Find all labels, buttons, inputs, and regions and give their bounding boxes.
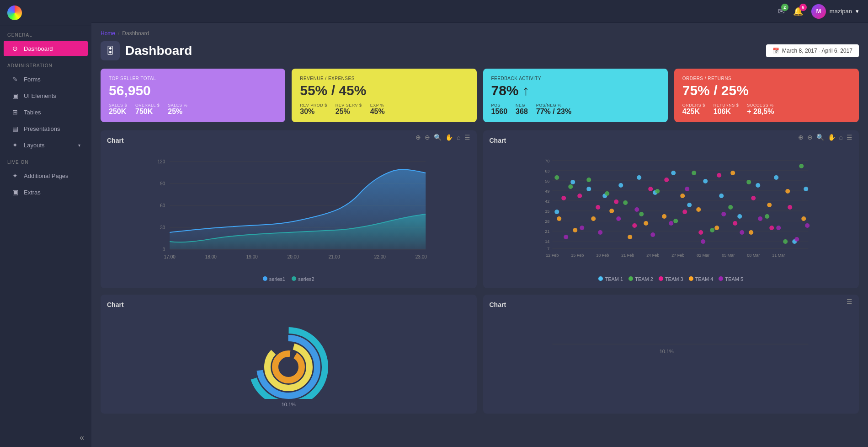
menu-icon[interactable]: ☰ xyxy=(847,134,852,141)
svg-point-89 xyxy=(680,194,685,198)
sidebar-item-label: Dashboard xyxy=(24,45,53,52)
sidebar-item-layouts[interactable]: ✦ Layouts ▾ xyxy=(4,137,88,153)
sidebar-section-admin: ADMINISTRATION xyxy=(0,57,91,71)
svg-point-39 xyxy=(586,187,591,191)
pan-icon[interactable]: ✋ xyxy=(445,134,453,141)
bottom-right-chart-panel: Chart ☰ 10.1% xyxy=(483,295,859,414)
sidebar-item-dashboard[interactable]: ⊙ Dashboard xyxy=(4,41,88,56)
svg-text:21:00: 21:00 xyxy=(329,254,340,259)
pan-icon[interactable]: ✋ xyxy=(828,134,836,141)
svg-text:7: 7 xyxy=(547,247,549,251)
presentations-icon: ▤ xyxy=(11,125,19,132)
sidebar-item-extras[interactable]: ▣ Extras xyxy=(4,184,88,200)
menu-icon[interactable]: ☰ xyxy=(847,298,852,305)
svg-text:18 Feb: 18 Feb xyxy=(596,253,609,258)
donut-percent-label: 10.1% xyxy=(282,402,296,407)
zoom-in-icon[interactable]: 🔍 xyxy=(434,134,442,141)
home-icon[interactable]: ⌂ xyxy=(457,134,460,141)
svg-point-92 xyxy=(730,171,735,175)
sidebar-item-label: Additional Pages xyxy=(24,172,69,179)
line-chart-legend: series1 series2 xyxy=(107,276,470,282)
svg-point-46 xyxy=(703,179,708,183)
line-chart-panel: Chart ⊕ ⊖ 🔍 ✋ ⌂ ☰ xyxy=(101,130,477,288)
page-title-wrap: 🎛 Dashboard xyxy=(101,41,192,60)
svg-point-59 xyxy=(655,189,660,194)
svg-point-88 xyxy=(662,214,666,219)
svg-text:12 Feb: 12 Feb xyxy=(546,253,559,258)
svg-point-81 xyxy=(788,205,792,210)
zoom-out-icon[interactable]: ⊖ xyxy=(807,134,813,141)
svg-point-65 xyxy=(765,214,769,219)
svg-point-53 xyxy=(554,175,559,180)
svg-text:23:00: 23:00 xyxy=(415,254,427,259)
svg-point-97 xyxy=(564,235,568,239)
sidebar-item-label: Layouts xyxy=(24,142,45,149)
sidebar-item-forms[interactable]: ✎ Forms xyxy=(4,71,88,87)
date-range-button[interactable]: 📅 March 8, 2017 - April 6, 2017 xyxy=(766,44,859,57)
svg-point-86 xyxy=(628,235,632,239)
user-avatar-wrap[interactable]: M mazipan ▾ xyxy=(811,4,859,19)
user-chevron-icon: ▾ xyxy=(856,8,859,15)
svg-text:10.1%: 10.1% xyxy=(659,349,673,354)
page-icon: 🎛 xyxy=(101,41,120,60)
zoom-reset-icon[interactable]: ⊕ xyxy=(415,134,421,141)
svg-text:70: 70 xyxy=(545,159,549,163)
svg-text:14: 14 xyxy=(545,239,549,244)
svg-text:02 Mar: 02 Mar xyxy=(697,253,709,258)
legend-team1: TEAM 1 xyxy=(598,276,623,282)
svg-text:60: 60 xyxy=(160,203,165,208)
mail-icon-wrap[interactable]: ✉ 2 xyxy=(778,6,785,16)
svg-point-54 xyxy=(568,184,573,189)
charts-row-top: Chart ⊕ ⊖ 🔍 ✋ ⌂ ☰ xyxy=(101,130,859,288)
line-chart-toolbar: ⊕ ⊖ 🔍 ✋ ⌂ ☰ xyxy=(415,134,470,141)
stat-sub-pos: POS 1560 xyxy=(491,103,508,116)
svg-point-49 xyxy=(756,183,760,188)
scatter-chart-toolbar: ⊕ ⊖ 🔍 ✋ ⌂ ☰ xyxy=(798,134,852,141)
sidebar-item-presentations[interactable]: ▤ Presentations xyxy=(4,121,88,136)
svg-point-104 xyxy=(685,187,689,191)
svg-point-107 xyxy=(740,230,744,235)
zoom-out-icon[interactable]: ⊖ xyxy=(425,134,430,141)
donut-chart-title: Chart xyxy=(107,301,124,308)
svg-point-103 xyxy=(669,221,673,226)
avatar: M xyxy=(811,4,826,19)
layouts-icon: ✦ xyxy=(11,141,19,149)
page-header: 🎛 Dashboard 📅 March 8, 2017 - April 6, 2… xyxy=(101,41,859,60)
breadcrumb-home[interactable]: Home xyxy=(101,30,115,37)
stat-card-orders: ORDERS / RETURNS 75% / 25% ORDERS $ 425K… xyxy=(674,69,859,122)
home-icon[interactable]: ⌂ xyxy=(839,134,843,141)
stat-sub-successpct: SUCCESS % + 28,5% xyxy=(747,103,774,116)
svg-text:21 Feb: 21 Feb xyxy=(621,253,634,258)
stat-card-subs: REV PROD $ 30% REV SERV $ 25% EXP % 45% xyxy=(300,103,468,116)
svg-point-66 xyxy=(783,239,788,244)
stat-card-label: REVENUE / EXPENSES xyxy=(300,76,468,81)
line-chart-title: Chart xyxy=(107,137,124,144)
sidebar-collapse-button[interactable]: « xyxy=(80,433,84,442)
svg-text:21: 21 xyxy=(545,229,549,234)
svg-point-44 xyxy=(671,171,676,175)
sidebar-item-additional-pages[interactable]: ✦ Additional Pages xyxy=(4,168,88,183)
svg-point-75 xyxy=(682,210,687,214)
svg-point-108 xyxy=(758,216,762,221)
dashboard-icon: ⊙ xyxy=(11,45,19,52)
legend-series2: series2 xyxy=(292,276,314,282)
svg-text:56: 56 xyxy=(545,179,549,183)
svg-text:19:00: 19:00 xyxy=(246,254,258,259)
legend-team5: TEAM 5 xyxy=(719,276,743,282)
svg-point-90 xyxy=(696,207,701,212)
legend-team3: TEAM 3 xyxy=(659,276,683,282)
svg-point-64 xyxy=(746,180,751,184)
svg-point-60 xyxy=(673,219,678,223)
stat-card-main-value: 56,950 xyxy=(109,83,277,98)
bell-icon-wrap[interactable]: 🔔 6 xyxy=(793,6,803,16)
sidebar-item-tables[interactable]: ⊞ Tables xyxy=(4,104,88,120)
svg-text:20:00: 20:00 xyxy=(288,254,299,259)
zoom-in-icon[interactable]: 🔍 xyxy=(816,134,824,141)
zoom-reset-icon[interactable]: ⊕ xyxy=(798,134,804,141)
menu-icon[interactable]: ☰ xyxy=(464,134,470,141)
stat-card-main-value: 78% ↑ xyxy=(491,83,660,98)
svg-point-62 xyxy=(710,228,714,232)
svg-point-47 xyxy=(719,194,724,198)
sidebar-item-ui-elements[interactable]: ▣ UI Elements xyxy=(4,88,88,103)
svg-point-52 xyxy=(804,187,808,191)
